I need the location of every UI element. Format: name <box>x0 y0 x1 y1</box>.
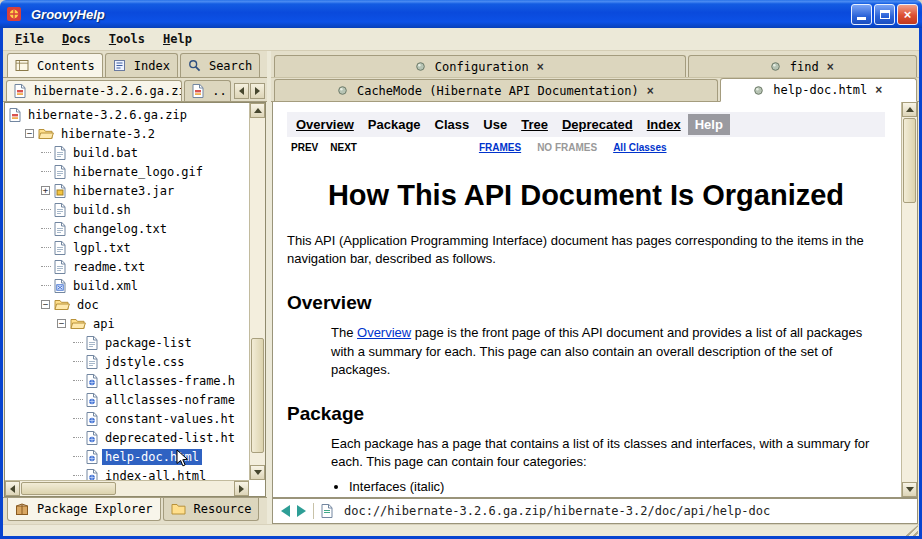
tab-close-icon[interactable]: × <box>647 84 654 98</box>
tree-item-label: hibernate3.jar <box>70 183 177 199</box>
jd-nav-tree[interactable]: Tree <box>514 114 555 135</box>
collapse-toggle-icon[interactable]: − <box>57 319 66 328</box>
tree-item-hibernate-3-2-6-ga-zip[interactable]: hibernate-3.2.6.ga.zip <box>5 105 249 124</box>
bottom-tab-resource[interactable]: Resource <box>163 498 260 521</box>
tree-item-doc[interactable]: −doc <box>5 295 249 314</box>
all-classes-link[interactable]: All Classes <box>613 142 666 153</box>
tree-item-build-sh[interactable]: build.sh <box>5 200 249 219</box>
tree-item-changelog-txt[interactable]: changelog.txt <box>5 219 249 238</box>
dot-icon <box>754 86 763 95</box>
tree-vertical-scrollbar[interactable] <box>249 103 265 480</box>
overview-heading: Overview <box>287 292 885 314</box>
tree-item-index-all-html[interactable]: index-all.html <box>5 466 249 480</box>
tree-item-api[interactable]: −api <box>5 314 249 333</box>
content-scroll-down-button[interactable] <box>902 482 917 497</box>
view-tab-contents[interactable]: Contents <box>7 53 103 77</box>
tree-item-jdstyle-css[interactable]: jdstyle.css <box>5 352 249 371</box>
tree-scrollbar-thumb[interactable] <box>251 338 264 453</box>
close-button[interactable]: × <box>897 4 918 25</box>
tree-item-help-doc-html[interactable]: help-doc.html <box>5 447 249 466</box>
tab-label: hibernate-3.2.6.ga.zip <box>34 84 182 98</box>
tree-horizontal-scrollbar[interactable] <box>5 480 249 496</box>
menu-help[interactable]: Help <box>154 29 201 49</box>
tree-item-label: deprecated-list.ht <box>102 430 238 446</box>
view-tab-search[interactable]: Search <box>180 53 260 77</box>
address-url: doc://hibernate-3.2.6.ga.zip/hibernate-3… <box>344 504 770 518</box>
title-bar[interactable]: GroovyHelp × <box>0 0 922 28</box>
tree-item-hibernate-logo-gif[interactable]: hibernate_logo.gif <box>5 162 249 181</box>
tab-scroll-right-button[interactable] <box>250 83 265 99</box>
overview-page-link[interactable]: Overview <box>357 325 411 340</box>
tree-scroll-left-button[interactable] <box>5 481 20 496</box>
tree-item-label: build.sh <box>70 202 134 218</box>
tree-item-label: api <box>90 316 118 332</box>
tree-item-deprecated-list-ht[interactable]: deprecated-list.ht <box>5 428 249 447</box>
tab-scroll-left-button[interactable] <box>234 83 249 99</box>
collapse-toggle-icon[interactable]: − <box>25 129 34 138</box>
maximize-button[interactable] <box>874 4 895 25</box>
address-bar: doc://hibernate-3.2.6.ga.zip/hibernate-3… <box>272 498 918 524</box>
tree-guide <box>41 228 51 229</box>
frames-link[interactable]: FRAMES <box>479 142 521 153</box>
document-tab-cachemode-hibernate-api-documentation[interactable]: CacheMode (Hibernate API Documentation)× <box>274 79 718 101</box>
tree-item-allclasses-frame-h[interactable]: allclasses-frame.h <box>5 371 249 390</box>
document-page-icon <box>321 504 333 518</box>
document-tab-row-2: CacheMode (Hibernate API Documentation)×… <box>271 78 919 102</box>
tab-close-icon[interactable]: × <box>537 60 544 74</box>
tree-guide <box>41 285 51 286</box>
folder-open-icon <box>54 298 70 311</box>
content-vertical-scrollbar[interactable] <box>901 102 917 497</box>
menu-tools[interactable]: Tools <box>100 29 154 49</box>
jd-nav-overview[interactable]: Overview <box>289 114 361 135</box>
jd-nav-index[interactable]: Index <box>640 114 688 135</box>
html-file-icon <box>86 374 98 388</box>
document-tab-help-doc-html[interactable]: help-doc.html× <box>720 78 917 102</box>
archive-icon <box>9 108 21 122</box>
tab-label: help-doc.html <box>773 83 867 97</box>
view-tab-index[interactable]: Index <box>105 53 178 77</box>
tab-close-icon[interactable]: × <box>827 60 834 74</box>
tree-item-package-list[interactable]: package-list <box>5 333 249 352</box>
bottom-tab-package-explorer[interactable]: Package Explorer <box>7 498 161 521</box>
tree-hscrollbar-thumb[interactable] <box>21 482 116 495</box>
search-icon <box>188 59 201 72</box>
arrow-down-icon <box>906 487 914 492</box>
resize-grip[interactable] <box>905 525 918 536</box>
menu-docs[interactable]: Docs <box>53 29 100 49</box>
tree-item-build-xml[interactable]: build.xml <box>5 276 249 295</box>
expand-toggle-icon[interactable]: + <box>41 186 50 195</box>
window-body: FileDocsToolsHelp ContentsIndexSearch hi… <box>0 28 922 539</box>
document-tab-find[interactable]: find× <box>688 55 917 77</box>
tree-item-hibernate-3-2[interactable]: −hibernate-3.2 <box>5 124 249 143</box>
back-button[interactable] <box>281 505 290 517</box>
tree-scroll-up-button[interactable] <box>250 103 265 118</box>
content-scrollbar-thumb[interactable] <box>903 118 916 203</box>
window-controls: × <box>851 4 918 25</box>
tree-item-label: hibernate-3.2 <box>58 126 158 142</box>
tree-scroll-right-button[interactable] <box>234 481 249 496</box>
tree-item-lgpl-txt[interactable]: lgpl.txt <box>5 238 249 257</box>
tree-item-label: help-doc.html <box>102 449 202 465</box>
tab-close-icon[interactable]: × <box>875 83 882 97</box>
tree-item-allclasses-noframe[interactable]: allclasses-noframe <box>5 390 249 409</box>
archive-tab-tab[interactable]: .. <box>184 80 231 101</box>
index-icon <box>113 59 126 72</box>
tree-item-hibernate3-jar[interactable]: +hibernate3.jar <box>5 181 249 200</box>
file-icon <box>54 241 66 255</box>
tree-scroll-down-button[interactable] <box>250 465 265 480</box>
maximize-icon <box>880 10 890 19</box>
tree-item-readme-txt[interactable]: readme.txt <box>5 257 249 276</box>
tree-item-label: doc <box>74 297 102 313</box>
archive-tab-hibernate-3-2-6-ga-zip[interactable]: hibernate-3.2.6.ga.zip <box>6 80 182 101</box>
document-panel: Configuration×find× CacheMode (Hibernate… <box>271 51 919 524</box>
forward-button[interactable] <box>297 505 306 517</box>
document-tab-configuration[interactable]: Configuration× <box>274 55 686 77</box>
jd-nav-deprecated[interactable]: Deprecated <box>555 114 640 135</box>
minimize-button[interactable] <box>851 4 872 25</box>
tree-item-build-bat[interactable]: build.bat <box>5 143 249 162</box>
collapse-toggle-icon[interactable]: − <box>41 300 50 309</box>
menu-file[interactable]: File <box>6 29 53 49</box>
tree-item-constant-values-ht[interactable]: constant-values.ht <box>5 409 249 428</box>
content-scroll-up-button[interactable] <box>902 102 917 117</box>
tree-item-label: package-list <box>102 335 195 351</box>
